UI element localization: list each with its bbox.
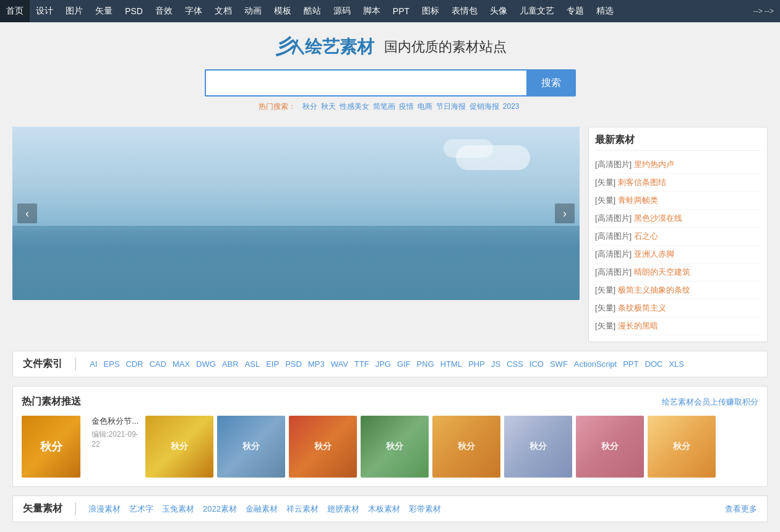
file-type-html[interactable]: HTML bbox=[439, 358, 463, 370]
vector-link-翅膀素材[interactable]: 翅膀素材 bbox=[327, 504, 359, 515]
hot-link-性感美女[interactable]: 性感美女 bbox=[340, 102, 369, 111]
file-type-abr[interactable]: ABR bbox=[221, 358, 240, 370]
hot-link-电商[interactable]: 电商 bbox=[418, 102, 432, 111]
file-type-cdr[interactable]: CDR bbox=[124, 358, 144, 370]
file-type-swf[interactable]: SWF bbox=[549, 358, 569, 370]
hot-featured-date: 编辑:2021-09-22 bbox=[92, 429, 139, 448]
sidebar-item[interactable]: [矢量] 极简主义抽象的条纹 bbox=[595, 281, 761, 299]
nav-item-scripts[interactable]: 脚本 bbox=[357, 0, 387, 22]
nav-item-children[interactable]: 儿童文艺 bbox=[513, 0, 560, 22]
vector-link-浪漫素材[interactable]: 浪漫素材 bbox=[88, 504, 121, 515]
logo-text: 绘艺素材 bbox=[305, 35, 374, 59]
vector-link-金融素材[interactable]: 金融素材 bbox=[246, 504, 278, 515]
nav-item-audio[interactable]: 音效 bbox=[149, 0, 179, 22]
file-type-ai[interactable]: AI bbox=[88, 358, 98, 370]
nav-item-templates[interactable]: 模板 bbox=[268, 0, 298, 22]
file-type-php[interactable]: PHP bbox=[467, 358, 486, 370]
nav-item-emoji[interactable]: 表情包 bbox=[445, 0, 484, 22]
sidebar-item[interactable]: [高清图片] 里约热内卢 bbox=[595, 156, 761, 174]
nav-item-design[interactable]: 设计 bbox=[30, 0, 59, 22]
search-button[interactable]: 搜索 bbox=[526, 69, 576, 97]
nav-item-animation[interactable]: 动画 bbox=[238, 0, 268, 22]
hot-thumbs: 秋分秋分秋分秋分秋分秋分秋分秋分 bbox=[145, 416, 758, 478]
vector-section: 矢量素材 浪漫素材艺术字玉兔素材2022素材金融素材祥云素材翅膀素材木板素材彩带… bbox=[12, 496, 768, 522]
sidebar-item[interactable]: [矢量] 条纹极简主义 bbox=[595, 299, 761, 317]
nav-item-featured[interactable]: 精选 bbox=[590, 0, 620, 22]
sidebar-item[interactable]: [高清图片] 晴朗的天空建筑 bbox=[595, 264, 761, 281]
thumb-text: 秋分 bbox=[145, 416, 213, 478]
file-type-eps[interactable]: EPS bbox=[102, 358, 121, 370]
nav-item-ppt[interactable]: PPT bbox=[387, 0, 416, 22]
vector-link-木板素材[interactable]: 木板素材 bbox=[368, 504, 400, 515]
sidebar-item[interactable]: [高清图片] 石之心 bbox=[595, 228, 761, 246]
hot-thumb-7[interactable]: 秋分 bbox=[576, 416, 644, 478]
sidebar-item[interactable]: [矢量] 青蛙两帧类 bbox=[595, 192, 761, 210]
hot-featured-image[interactable]: 秋分 bbox=[22, 416, 80, 478]
hot-link-简笔画[interactable]: 简笔画 bbox=[373, 102, 395, 111]
nav-item-source[interactable]: 源码 bbox=[327, 0, 357, 22]
thumb-text: 秋分 bbox=[361, 416, 429, 478]
vector-link-艺术字[interactable]: 艺术字 bbox=[129, 504, 153, 515]
vector-link-祥云素材[interactable]: 祥云素材 bbox=[286, 504, 319, 515]
nav-item-psd[interactable]: PSD bbox=[119, 0, 149, 22]
file-type-xls[interactable]: XLS bbox=[667, 358, 685, 370]
file-type-doc[interactable]: DOC bbox=[644, 358, 664, 370]
file-type-cad[interactable]: CAD bbox=[148, 358, 167, 370]
hot-thumb-2[interactable]: 秋分 bbox=[217, 416, 285, 478]
vector-more-link[interactable]: 查看更多 bbox=[725, 504, 757, 515]
hot-thumb-8[interactable]: 秋分 bbox=[648, 416, 716, 478]
nav-item-home[interactable]: 首页 bbox=[0, 0, 30, 22]
hot-featured-info: 金色秋分节... 编辑:2021-09-22 bbox=[92, 416, 139, 448]
file-type-gif[interactable]: GIF bbox=[396, 358, 412, 370]
nav-item-fonts[interactable]: 字体 bbox=[179, 0, 208, 22]
file-type-ppt[interactable]: PPT bbox=[622, 358, 640, 370]
search-bar: 搜索 bbox=[205, 69, 576, 97]
hot-link-秋天[interactable]: 秋天 bbox=[321, 102, 336, 111]
file-type-max[interactable]: MAX bbox=[171, 358, 191, 370]
file-type-ico[interactable]: ICO bbox=[528, 358, 545, 370]
file-type-psd[interactable]: PSD bbox=[284, 358, 303, 370]
nav-item-coolsite[interactable]: 酷站 bbox=[298, 0, 327, 22]
hot-thumb-4[interactable]: 秋分 bbox=[361, 416, 429, 478]
file-type-dwg[interactable]: DWG bbox=[195, 358, 217, 370]
hot-search-label: 热门搜索： bbox=[259, 102, 296, 111]
nav-item-vector[interactable]: 矢量 bbox=[89, 0, 119, 22]
vector-link-玉兔素材[interactable]: 玉兔素材 bbox=[162, 504, 194, 515]
file-index-section: 文件索引 AIEPSCDRCADMAXDWGABRASLEIPPSDMP3WAV… bbox=[12, 351, 768, 377]
file-type-mp3[interactable]: MP3 bbox=[307, 358, 326, 370]
hot-thumb-5[interactable]: 秋分 bbox=[432, 416, 500, 478]
hot-subtitle[interactable]: 绘艺素材会员上传赚取积分 bbox=[662, 397, 758, 408]
file-type-js[interactable]: JS bbox=[490, 358, 502, 370]
file-type-jpg[interactable]: JPG bbox=[374, 358, 392, 370]
file-type-ttf[interactable]: TTF bbox=[353, 358, 371, 370]
file-type-png[interactable]: PNG bbox=[416, 358, 435, 370]
nav-item-avatar[interactable]: 头像 bbox=[484, 0, 513, 22]
file-type-css[interactable]: CSS bbox=[505, 358, 525, 370]
hot-link-2023[interactable]: 2023 bbox=[503, 102, 520, 111]
sidebar-item[interactable]: [高清图片] 亚洲人赤脚 bbox=[595, 246, 761, 264]
vector-link-彩带素材[interactable]: 彩带素材 bbox=[409, 504, 441, 515]
sidebar-item[interactable]: [高清图片] 黑色沙漠在线 bbox=[595, 210, 761, 228]
hot-thumb-3[interactable]: 秋分 bbox=[289, 416, 357, 478]
nav-item-pictures[interactable]: 图片 bbox=[59, 0, 89, 22]
vector-link-2022素材[interactable]: 2022素材 bbox=[203, 504, 237, 515]
sidebar-item[interactable]: [矢量] 漫长的黑暗 bbox=[595, 317, 761, 335]
nav-item-special[interactable]: 专题 bbox=[560, 0, 590, 22]
carousel-prev-button[interactable]: ‹ bbox=[17, 204, 37, 223]
search-input[interactable] bbox=[205, 69, 526, 97]
file-type-eip[interactable]: EIP bbox=[265, 358, 280, 370]
carousel-next-button[interactable]: › bbox=[555, 204, 575, 223]
hot-link-节日海报[interactable]: 节日海报 bbox=[436, 102, 466, 111]
hot-thumb-1[interactable]: 秋分 bbox=[145, 416, 213, 478]
hot-link-秋分[interactable]: 秋分 bbox=[302, 102, 317, 111]
sidebar-latest: 最新素材 [高清图片] 里约热内卢[矢量] 刺客信条图结[矢量] 青蛙两帧类[高… bbox=[588, 127, 768, 342]
nav-item-icons[interactable]: 图标 bbox=[416, 0, 445, 22]
file-type-actionscript[interactable]: ActionScript bbox=[573, 358, 618, 370]
file-type-wav[interactable]: WAV bbox=[330, 358, 349, 370]
file-type-asl[interactable]: ASL bbox=[244, 358, 262, 370]
hot-link-疫情[interactable]: 疫情 bbox=[399, 102, 414, 111]
hot-thumb-6[interactable]: 秋分 bbox=[504, 416, 572, 478]
nav-item-docs[interactable]: 文档 bbox=[208, 0, 238, 22]
hot-link-促销海报[interactable]: 促销海报 bbox=[469, 102, 499, 111]
sidebar-item[interactable]: [矢量] 刺客信条图结 bbox=[595, 174, 761, 192]
